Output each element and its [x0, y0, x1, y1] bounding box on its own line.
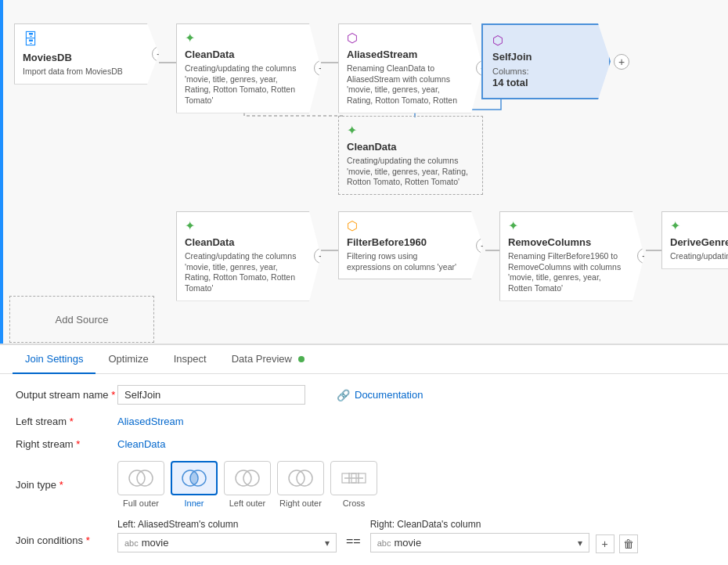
- left-outer-label: Left outer: [229, 498, 265, 508]
- left-col-dropdown[interactable]: abc movie ▾: [117, 533, 337, 552]
- node-cleandata1-desc: Creating/updating the columns 'movie, ti…: [185, 63, 301, 106]
- node-filter-desc: Filtering rows using expressions on colu…: [347, 251, 463, 272]
- right-col-value: movie: [394, 537, 577, 549]
- cleandata1-icon: ✦: [185, 31, 195, 45]
- node-removecolumns[interactable]: ✦ RemoveColumns Renaming FilterBefore196…: [499, 211, 644, 301]
- node-cleandata3-title: CleanData: [185, 236, 301, 248]
- tab-join-settings[interactable]: Join Settings: [13, 345, 96, 374]
- settings-content: Output stream name * 🔗 Documentation Lef…: [0, 374, 728, 565]
- node-derivegenre[interactable]: ✦ DeriveGenre Creating/updating...: [661, 211, 728, 269]
- derive-icon: ✦: [670, 218, 680, 233]
- equals-sign: ==: [346, 534, 361, 549]
- required-star-4: *: [59, 479, 63, 491]
- node-cleandata3-desc: Creating/updating the columns 'movie, ti…: [185, 251, 301, 294]
- output-stream-label: Output stream name *: [16, 389, 117, 401]
- full-outer-icon: [127, 467, 155, 489]
- cleandata2-icon: ✦: [347, 123, 357, 138]
- moviesdb-icon: 🗄: [23, 31, 38, 49]
- node-cleandata3-plus[interactable]: +: [314, 248, 330, 264]
- output-stream-input[interactable]: [117, 385, 305, 405]
- add-source-button[interactable]: Add Source: [9, 296, 154, 343]
- node-derive-title: DeriveGenre: [670, 236, 728, 248]
- output-stream-row: Output stream name * 🔗 Documentation: [16, 385, 712, 405]
- join-type-cross[interactable]: Cross: [330, 461, 377, 508]
- node-cleandata1-title: CleanData: [185, 49, 301, 60]
- join-type-label: Join type *: [16, 479, 117, 491]
- join-type-right-outer[interactable]: Right outer: [277, 461, 324, 508]
- node-filterbefore1960[interactable]: ⬡ FilterBefore1960 Filtering rows using …: [338, 211, 483, 279]
- right-stream-label: Right stream *: [16, 438, 117, 450]
- inner-label: Inner: [184, 498, 204, 508]
- node-moviesdb-plus[interactable]: +: [152, 46, 168, 62]
- node-remove-plus[interactable]: +: [637, 248, 653, 264]
- node-filter-plus[interactable]: +: [476, 238, 492, 254]
- add-condition-button[interactable]: +: [596, 534, 614, 553]
- tab-optimize[interactable]: Optimize: [96, 345, 160, 374]
- node-selfjoin-subtitle: Columns:: [492, 66, 587, 77]
- selfjoin-icon: ⬡: [492, 33, 503, 48]
- node-selfjoin-count: 14 total: [492, 77, 587, 90]
- join-conditions-row: Join conditions * Left: AliasedStream's …: [16, 519, 712, 553]
- node-selfjoin-plus[interactable]: +: [614, 54, 629, 70]
- left-stream-link[interactable]: AliasedStream: [117, 416, 184, 427]
- node-remove-title: RemoveColumns: [508, 236, 624, 248]
- required-star-1: *: [111, 389, 115, 401]
- bottom-panel: Join Settings Optimize Inspect Data Prev…: [0, 344, 728, 565]
- node-moviesdb-desc: Import data from MoviesDB: [23, 67, 139, 77]
- right-outer-label: Right outer: [279, 498, 322, 508]
- right-column-group: Right: CleanData's column abc movie ▾: [370, 519, 589, 552]
- right-stream-row: Right stream * CleanData: [16, 438, 712, 450]
- inner-icon: [180, 467, 208, 489]
- data-preview-dot: [298, 356, 305, 362]
- node-aliasedstream[interactable]: ⬡ AliasedStream Renaming CleanData to Al…: [338, 23, 483, 113]
- node-moviesdb[interactable]: 🗄 MoviesDB Import data from MoviesDB +: [14, 23, 159, 85]
- left-col-arrow-icon: ▾: [325, 538, 330, 549]
- right-col-arrow-icon: ▾: [578, 538, 582, 549]
- join-type-row: Join type * Full outer: [16, 461, 712, 508]
- join-conditions-label: Join conditions *: [16, 519, 117, 546]
- node-derive-desc: Creating/updating...: [670, 251, 728, 262]
- left-col-header: Left: AliasedStream's column: [117, 519, 337, 530]
- node-cleandata2-title: CleanData: [347, 141, 474, 153]
- left-col-abc: abc: [124, 538, 139, 548]
- right-col-dropdown[interactable]: abc movie ▾: [370, 533, 589, 552]
- left-column-group: Left: AliasedStream's column abc movie ▾: [117, 519, 337, 552]
- join-type-full-outer[interactable]: Full outer: [117, 461, 164, 508]
- full-outer-icon-wrap: [117, 461, 164, 495]
- right-outer-icon: [287, 467, 315, 489]
- full-outer-label: Full outer: [123, 498, 159, 508]
- add-source-label: Add Source: [56, 314, 109, 326]
- node-cleandata1[interactable]: ✦ CleanData Creating/updating the column…: [176, 23, 321, 113]
- aliasedstream-icon: ⬡: [347, 31, 358, 45]
- left-stream-label: Left stream *: [16, 416, 117, 427]
- cross-icon-wrap: [330, 461, 377, 495]
- required-star-2: *: [70, 416, 74, 427]
- node-cleandata3[interactable]: ✦ CleanData Creating/updating the column…: [176, 211, 321, 301]
- cross-label: Cross: [343, 498, 366, 508]
- required-star-3: *: [76, 438, 80, 450]
- right-stream-link[interactable]: CleanData: [117, 438, 165, 450]
- tab-data-preview[interactable]: Data Preview: [219, 345, 317, 374]
- join-type-left-outer[interactable]: Left outer: [224, 461, 271, 508]
- node-cleandata2-desc: Creating/updating the columns 'movie, ti…: [347, 156, 474, 188]
- right-col-abc: abc: [377, 538, 391, 548]
- join-type-inner[interactable]: Inner: [171, 461, 218, 508]
- node-cleandata2[interactable]: ✦ CleanData Creating/updating the column…: [338, 116, 483, 195]
- node-aliasedstream-desc: Renaming CleanData to AliasedStream with…: [347, 63, 463, 106]
- right-outer-icon-wrap: [277, 461, 324, 495]
- node-filter-title: FilterBefore1960: [347, 236, 463, 248]
- filter-icon: ⬡: [347, 218, 358, 233]
- cleandata3-icon: ✦: [185, 218, 195, 233]
- node-selfjoin-title: SelfJoin: [492, 51, 587, 63]
- tab-inspect[interactable]: Inspect: [161, 345, 219, 374]
- join-types-group: Full outer Inner: [117, 461, 377, 508]
- delete-condition-button[interactable]: 🗑: [619, 534, 638, 553]
- left-col-value: movie: [142, 537, 325, 549]
- node-cleandata1-plus[interactable]: +: [314, 60, 330, 76]
- left-outer-icon-wrap: [224, 461, 271, 495]
- doc-icon: 🔗: [337, 389, 350, 401]
- tabs-bar: Join Settings Optimize Inspect Data Prev…: [0, 345, 728, 374]
- left-stream-row: Left stream * AliasedStream: [16, 416, 712, 427]
- documentation-link[interactable]: 🔗 Documentation: [337, 389, 423, 401]
- node-selfjoin[interactable]: ⬡ SelfJoin Columns: 14 total +: [481, 23, 611, 99]
